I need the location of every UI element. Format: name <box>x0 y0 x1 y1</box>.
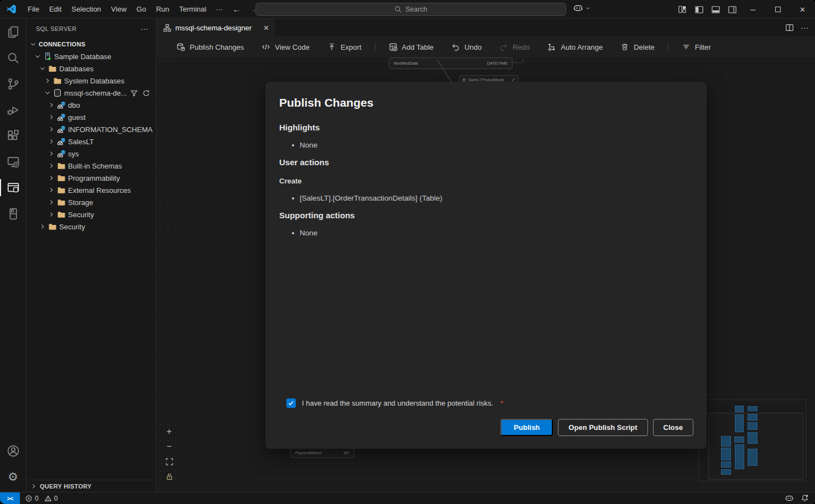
tree-item-server-security[interactable]: Security <box>27 221 156 233</box>
open-publish-script-button[interactable]: Open Publish Script <box>558 419 647 436</box>
sidebar-item-remote-explorer[interactable] <box>0 149 27 175</box>
editor-more-actions-button[interactable]: ··· <box>801 23 808 32</box>
tree-item-security[interactable]: Security <box>27 208 156 221</box>
tree-item-storage[interactable]: Storage <box>27 196 156 208</box>
menu-edit[interactable]: Edit <box>44 3 66 16</box>
toggle-sidebar-button[interactable] <box>691 2 707 17</box>
chevron-right-icon <box>43 77 52 85</box>
column-type: INT <box>344 451 349 455</box>
undo-button[interactable]: Undo <box>442 40 490 54</box>
sidebar-item-explorer[interactable] <box>0 19 27 45</box>
tree-item-connections[interactable]: CONNECTIONS <box>27 38 156 50</box>
lock-button[interactable] <box>163 470 175 482</box>
split-editor-button[interactable] <box>785 23 794 32</box>
redo-icon <box>499 43 508 51</box>
zoom-out-button[interactable]: − <box>163 440 175 453</box>
toolbar-separator <box>668 43 668 51</box>
copilot-menu-button[interactable] <box>573 3 591 13</box>
bullet-icon <box>292 197 294 200</box>
export-button[interactable]: Export <box>318 40 370 54</box>
zoom-in-button[interactable]: + <box>163 426 175 438</box>
problems-status[interactable]: 0 0 <box>20 495 61 502</box>
sidebar-item-extensions[interactable] <box>0 123 27 149</box>
schema-icon <box>56 113 67 122</box>
chevron-right-icon <box>47 150 56 158</box>
schema-designer-icon <box>163 24 171 32</box>
tree-item-guest[interactable]: guest <box>27 111 156 123</box>
tree-item-programmability[interactable]: Programmability <box>27 172 156 184</box>
minimap-table-block <box>721 461 731 468</box>
tab-bar: mssql-schema-designer ✕ ··· <box>156 19 815 36</box>
publish-changes-button[interactable]: Publish Changes <box>168 40 253 54</box>
close-window-button[interactable]: ✕ <box>790 0 815 19</box>
folder-icon <box>52 76 63 85</box>
tree-item-saleslt[interactable]: SalesLT <box>27 135 156 148</box>
fit-view-button[interactable] <box>163 455 175 468</box>
chevron-right-icon <box>47 162 56 170</box>
settings-button[interactable]: ⚙ <box>0 464 27 490</box>
filter-icon[interactable] <box>130 89 138 97</box>
tree-item-system-databases[interactable]: System Databases <box>27 75 156 87</box>
navigate-back-button[interactable]: ← <box>227 4 245 14</box>
query-history-section[interactable]: QUERY HISTORY <box>27 480 156 492</box>
tab-close-button[interactable]: ✕ <box>263 24 269 32</box>
edit-pencil-icon <box>511 78 515 82</box>
menu-view[interactable]: View <box>106 3 132 16</box>
tree-item-databases[interactable]: Databases <box>27 62 156 75</box>
tab-label: mssql-schema-designer <box>175 24 252 32</box>
tab-mssql-schema-designer[interactable]: mssql-schema-designer ✕ <box>156 19 275 36</box>
minimize-button[interactable]: ─ <box>740 0 765 19</box>
menu-selection[interactable]: Selection <box>66 3 106 16</box>
risk-acknowledgement-checkbox[interactable] <box>286 398 296 408</box>
auto-arrange-button[interactable]: Auto Arrange <box>539 40 612 54</box>
schema-icon <box>56 101 67 109</box>
tree-item-information-schema[interactable]: INFORMATION_SCHEMA <box>27 123 156 135</box>
chevron-right-icon <box>47 211 56 218</box>
remote-explorer-icon <box>7 155 20 169</box>
menu-overflow-button[interactable]: ··· <box>211 5 227 13</box>
menu-file[interactable]: File <box>23 3 44 16</box>
sidebar-item-run-debug[interactable] <box>0 97 27 123</box>
view-code-button[interactable]: View Code <box>253 40 318 54</box>
redo-button[interactable]: Redo <box>490 40 539 54</box>
menu-terminal[interactable]: Terminal <box>174 3 211 16</box>
tree-item-mssql-schema-db[interactable]: mssql-schema-de... <box>27 87 156 99</box>
add-table-button[interactable]: Add Table <box>380 40 443 54</box>
menu-go[interactable]: Go <box>132 3 151 16</box>
schema-designer-canvas[interactable]: ModifiedDate DATETIME SalesLT.ProductMod… <box>156 57 815 492</box>
filter-button[interactable]: Filter <box>673 40 720 54</box>
sidebar-item-source-control[interactable] <box>0 71 27 97</box>
toggle-secondary-sidebar-button[interactable] <box>724 2 740 17</box>
chevron-right-icon <box>47 138 56 145</box>
tree-item-dbo[interactable]: dbo <box>27 99 156 111</box>
sidebar-item-search[interactable] <box>0 45 27 71</box>
sidebar-more-actions-button[interactable]: ··· <box>140 24 148 33</box>
menu-run[interactable]: Run <box>151 3 174 16</box>
object-explorer-tree: CONNECTIONS Sample Database Databases Sy… <box>27 38 156 480</box>
maximize-button[interactable] <box>765 0 790 19</box>
copilot-status-button[interactable] <box>785 494 794 503</box>
sidebar-item-database-projects[interactable] <box>0 201 27 227</box>
user-actions-heading: User actions <box>279 158 707 167</box>
bell-icon[interactable] <box>801 494 809 502</box>
accounts-button[interactable] <box>0 438 27 464</box>
customize-layout-button[interactable] <box>674 2 691 17</box>
required-asterisk: * <box>500 399 503 407</box>
command-center-search[interactable]: Search <box>255 3 566 16</box>
canvas-minimap[interactable] <box>699 400 806 481</box>
tree-item-external-resources[interactable]: External Resources <box>27 184 156 196</box>
refresh-icon[interactable] <box>142 89 150 97</box>
tree-item-sample-database[interactable]: Sample Database <box>27 50 156 62</box>
column-name: ModifiedDate <box>394 61 418 66</box>
tree-item-sys[interactable]: sys <box>27 148 156 160</box>
editor-area: mssql-schema-designer ✕ ··· Publish Chan… <box>156 19 815 492</box>
sidebar-item-sql-server[interactable] <box>0 175 27 201</box>
delete-button[interactable]: Delete <box>612 40 664 54</box>
close-dialog-button[interactable]: Close <box>653 419 693 436</box>
minimap-table-block <box>748 432 757 444</box>
table-column-row: PaymentMethod INT <box>290 448 354 458</box>
publish-button[interactable]: Publish <box>500 419 553 436</box>
tree-item-built-in-schemas[interactable]: Built-in Schemas <box>27 160 156 172</box>
toggle-panel-button[interactable] <box>707 2 724 17</box>
remote-indicator[interactable]: >< <box>0 492 20 504</box>
